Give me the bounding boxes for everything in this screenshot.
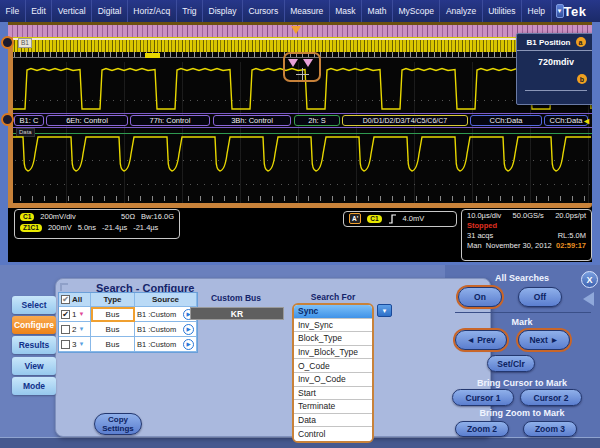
zoom-region-marker[interactable] xyxy=(283,52,321,82)
b1-bus-tag: B1 xyxy=(18,38,32,48)
menu-math[interactable]: Math xyxy=(362,0,393,22)
panel-close-button[interactable]: X xyxy=(581,271,598,288)
menu-cursors[interactable]: Cursors xyxy=(243,0,285,22)
overview-channel-badge[interactable] xyxy=(1,36,14,49)
menu-analyze[interactable]: Analyze xyxy=(440,0,482,22)
dropdown-option-inv-sync[interactable]: Inv_Sync xyxy=(294,319,372,333)
menu-myscope[interactable]: MyScope xyxy=(393,0,440,22)
bus-label: D0/D1/D2/D3/T4/C5/C6/C7 xyxy=(342,115,468,126)
row1-checkbox[interactable]: ✔ xyxy=(61,310,70,319)
graticule-bottom-ticks xyxy=(8,196,592,201)
row1-type-cell[interactable]: Bus xyxy=(91,307,135,322)
dropdown-option-control[interactable]: Control xyxy=(294,427,372,441)
cursor2-button[interactable]: Cursor 2 xyxy=(520,389,582,406)
application-window: File Edit Vertical Digital Horiz/Acq Tri… xyxy=(0,0,600,448)
chevron-down-icon[interactable]: ▼ xyxy=(78,326,84,332)
menu-vertical[interactable]: Vertical xyxy=(52,0,92,22)
mark-next-button[interactable]: Next ► xyxy=(518,330,570,350)
mark-prev-button[interactable]: ◄ Prev xyxy=(455,330,507,350)
dropdown-option-sync[interactable]: Sync xyxy=(294,305,372,319)
tab-results[interactable]: Results xyxy=(12,336,56,354)
trigger-position-marker[interactable] xyxy=(291,26,301,34)
dropdown-option-terminate[interactable]: Terminate xyxy=(294,400,372,414)
b1-position-value[interactable]: 720mdiv xyxy=(517,57,592,67)
menu-trig[interactable]: Trig xyxy=(177,0,203,22)
row3-source-cell[interactable]: B1 :Custom ▶ xyxy=(135,337,197,352)
all-searches-on-button[interactable]: On xyxy=(458,287,502,307)
all-checkbox[interactable]: ✔ xyxy=(61,295,70,304)
trigger-mode: Man xyxy=(467,241,482,250)
cursor1-button[interactable]: Cursor 1 xyxy=(452,389,514,406)
resolution: 20.0ps/pt xyxy=(555,211,586,220)
menu-mask[interactable]: Mask xyxy=(330,0,362,22)
menu-digital[interactable]: Digital xyxy=(92,0,128,22)
trigger-level: 4.0mV xyxy=(403,214,425,223)
mark-set-clear-button[interactable]: Set/Clr xyxy=(487,355,535,372)
mark-label: Mark xyxy=(452,317,592,327)
panel-divider xyxy=(455,312,591,313)
chevron-down-icon[interactable]: ▼ xyxy=(78,341,84,347)
zoom3-button[interactable]: Zoom 3 xyxy=(523,421,577,437)
menu-overflow-button[interactable]: ▼ xyxy=(556,4,564,18)
custom-bus-value-button[interactable]: KR xyxy=(190,307,284,320)
chevron-down-icon[interactable]: ▼ xyxy=(78,311,84,317)
dropdown-option-block-type[interactable]: Block_Type xyxy=(294,332,372,346)
header-type: Type xyxy=(91,293,135,307)
menu-file[interactable]: File xyxy=(0,0,26,22)
menu-utilities[interactable]: Utilities xyxy=(483,0,522,22)
search-for-dropdown-button[interactable]: ▼ xyxy=(377,304,392,317)
dropdown-option-start[interactable]: Start xyxy=(294,387,372,401)
menu-help[interactable]: Help xyxy=(522,0,551,22)
c1-scale: 200mV/div xyxy=(40,212,75,221)
panel-collapse-arrow-icon[interactable] xyxy=(583,292,594,306)
menu-edit[interactable]: Edit xyxy=(26,0,53,22)
all-searches-label: All Searches xyxy=(452,273,592,283)
tab-view[interactable]: View xyxy=(12,357,56,375)
rising-edge-icon xyxy=(388,214,397,224)
time-readout: 02:59:17 xyxy=(556,241,586,250)
menu-horiz-acq[interactable]: Horiz/Acq xyxy=(128,0,177,22)
trigger-a-badge: A' xyxy=(349,213,361,224)
row2-checkbox[interactable] xyxy=(61,325,70,334)
menu-bar: File Edit Vertical Digital Horiz/Acq Tri… xyxy=(0,0,600,22)
zoom2-button[interactable]: Zoom 2 xyxy=(455,421,509,437)
row2-number: 2 xyxy=(72,325,76,334)
search-for-dropdown-list: Sync Inv_Sync Block_Type Inv_Block_Type … xyxy=(292,303,374,443)
row3-checkbox[interactable] xyxy=(61,340,70,349)
date-readout: November 30, 2012 xyxy=(486,241,552,250)
bus-channel-badge[interactable] xyxy=(1,113,14,126)
row1-source-cell[interactable]: B1 :Custom ▶ xyxy=(135,307,197,322)
row2-type-cell[interactable]: Bus xyxy=(91,322,135,337)
tab-select[interactable]: Select xyxy=(12,296,56,314)
menu-measure[interactable]: Measure xyxy=(285,0,330,22)
menu-display[interactable]: Display xyxy=(203,0,243,22)
custom-bus-label: Custom Bus xyxy=(188,293,284,303)
dropdown-option-data[interactable]: Data xyxy=(294,414,372,428)
row2-source-expand-button[interactable]: ▶ xyxy=(183,324,194,335)
dropdown-option-inv-o-code[interactable]: Inv_O_Code xyxy=(294,373,372,387)
row1-number: 1 xyxy=(72,310,76,319)
knob-a-badge[interactable]: a xyxy=(576,37,586,47)
acquisition-status: Stopped xyxy=(467,221,497,230)
bus-label: 6Eh: Control xyxy=(46,115,128,126)
b1-position-panel: B1 Position a 720mdiv b xyxy=(516,33,592,105)
zoom-pos2: -21.4µs xyxy=(133,223,158,232)
row2-source-cell[interactable]: B1 :Custom ▶ xyxy=(135,322,197,337)
record-length: RL:5.0M xyxy=(558,231,586,240)
tab-configure[interactable]: Configure xyxy=(12,316,56,334)
all-searches-off-button[interactable]: Off xyxy=(518,287,562,307)
dropdown-option-o-code[interactable]: O_Code xyxy=(294,359,372,373)
bus-label: 77h: Control xyxy=(130,115,210,126)
header-all: All xyxy=(72,295,82,304)
channel-readout-box: C1 200mV/div 50Ω Bw:16.0G Z1C1 200mV 5.0… xyxy=(14,209,180,239)
tab-mode[interactable]: Mode xyxy=(12,377,56,395)
chevron-down-icon: ▼ xyxy=(557,8,563,14)
row3-source-value: B1 :Custom xyxy=(137,340,176,349)
table-row: 3 ▼ Bus B1 :Custom ▶ xyxy=(59,337,197,352)
row3-type-cell[interactable]: Bus xyxy=(91,337,135,352)
bus-scroll-arrow-icon[interactable]: ◄ xyxy=(582,116,591,126)
copy-settings-button[interactable]: Copy Settings xyxy=(94,413,142,435)
row3-source-expand-button[interactable]: ▶ xyxy=(183,339,194,350)
knob-b-badge[interactable]: b xyxy=(577,74,587,84)
dropdown-option-inv-block-type[interactable]: Inv_Block_Type xyxy=(294,346,372,360)
